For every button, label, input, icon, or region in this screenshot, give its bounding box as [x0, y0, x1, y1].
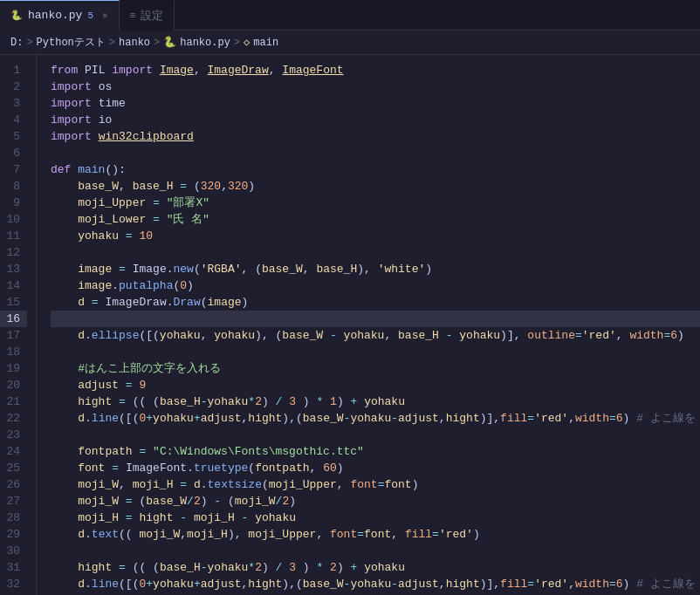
code-line-6 [51, 145, 700, 161]
ln-27: 27 [0, 493, 27, 510]
code-line-24: fontpath = "C:\Windows\Fonts\msgothic.tt… [51, 443, 700, 460]
ln-5: 5 [0, 128, 27, 145]
ln-30: 30 [0, 543, 27, 559]
breadcrumb-sep-4: > [234, 37, 240, 49]
ln-25: 25 [0, 460, 27, 476]
code-line-14: image.putalpha(0) [51, 277, 700, 294]
code-line-9: moji_Upper = "部署X" [51, 195, 700, 211]
breadcrumb-folder2[interactable]: hanko [119, 37, 150, 49]
ln-6: 6 [0, 145, 27, 161]
code-line-20: adjust = 9 [51, 377, 700, 393]
ln-10: 10 [0, 211, 27, 228]
code-line-15: d = ImageDraw.Draw(image) [51, 294, 700, 311]
code-line-18 [51, 344, 700, 360]
code-line-23 [51, 427, 700, 443]
code-line-32: d.line([(0+yohaku+adjust,hight),(base_W-… [51, 576, 700, 592]
code-line-17: d.ellipse([(yohaku, yohaku), (base_W - y… [51, 327, 700, 344]
ln-24: 24 [0, 443, 27, 460]
code-line-22: d.line([(0+yohaku+adjust,hight),(base_W-… [51, 410, 700, 427]
tab-modified-indicator: 5 [87, 10, 93, 21]
ln-17: 17 [0, 327, 27, 344]
code-line-3: import time [51, 95, 700, 112]
ln-4: 4 [0, 112, 27, 128]
ln-13: 13 [0, 261, 27, 277]
python-icon: 🐍 [10, 10, 23, 21]
breadcrumb-file-icon: 🐍 [163, 36, 176, 49]
ln-22: 22 [0, 410, 27, 427]
ln-31: 31 [0, 559, 27, 576]
code-line-25: font = ImageFont.truetype(fontpath, 60) [51, 460, 700, 476]
code-line-12 [51, 244, 700, 261]
ln-9: 9 [0, 195, 27, 211]
tab-settings[interactable]: ≡ 設定 [120, 0, 175, 31]
ln-3: 3 [0, 95, 27, 112]
code-line-28: moji_H = hight - moji_H - yohaku [51, 510, 700, 526]
breadcrumb-folder1[interactable]: Pythonテスト [37, 35, 106, 50]
ln-23: 23 [0, 427, 27, 443]
code-line-21: hight = (( (base_H-yohaku*2) / 3 ) * 1) … [51, 393, 700, 410]
breadcrumb-sep-1: > [26, 37, 32, 49]
code-area[interactable]: from PIL import Image, ImageDraw, ImageF… [37, 55, 700, 595]
code-line-4: import io [51, 112, 700, 128]
code-line-5: import win32clipboard [51, 128, 700, 145]
tab-active[interactable]: 🐍 hanko.py 5 ✕ [0, 0, 120, 31]
ln-14: 14 [0, 277, 27, 294]
code-line-10: moji_Lower = "氏 名" [51, 211, 700, 228]
code-line-26: moji_W, moji_H = d.textsize(moji_Upper, … [51, 476, 700, 493]
ln-8: 8 [0, 178, 27, 195]
ln-20: 20 [0, 377, 27, 393]
code-line-8: base_W, base_H = (320,320) [51, 178, 700, 195]
code-line-1: from PIL import Image, ImageDraw, ImageF… [51, 62, 700, 79]
code-line-30 [51, 543, 700, 559]
ln-12: 12 [0, 244, 27, 261]
tab-active-label: hanko.py [28, 9, 82, 22]
breadcrumb-symbol-icon: ◇ [244, 36, 250, 49]
ln-21: 21 [0, 393, 27, 410]
ln-18: 18 [0, 344, 27, 360]
ln-32: 32 [0, 576, 27, 592]
ln-26: 26 [0, 476, 27, 493]
ln-7: 7 [0, 161, 27, 178]
code-line-19: #はんこ上部の文字を入れる [51, 360, 700, 377]
breadcrumb-symbol[interactable]: main [253, 37, 278, 49]
line-numbers: 1 2 3 4 5 6 7 8 9 10 11 12 13 14 15 16 1… [0, 55, 37, 595]
ln-28: 28 [0, 510, 27, 526]
editor: 1 2 3 4 5 6 7 8 9 10 11 12 13 14 15 16 1… [0, 55, 700, 595]
breadcrumb: D: > Pythonテスト > hanko > 🐍 hanko.py > ◇ … [0, 31, 700, 55]
code-line-2: import os [51, 79, 700, 95]
title-bar: 🐍 hanko.py 5 ✕ ≡ 設定 [0, 0, 700, 31]
ln-16: 16 [0, 311, 27, 327]
ln-15: 15 [0, 294, 27, 311]
code-line-16 [51, 311, 700, 327]
ln-1: 1 [0, 62, 27, 79]
ln-2: 2 [0, 79, 27, 95]
breadcrumb-file[interactable]: hanko.py [180, 37, 230, 49]
code-line-11: yohaku = 10 [51, 228, 700, 244]
code-line-13: image = Image.new('RGBA', (base_W, base_… [51, 261, 700, 277]
tab-close-button[interactable]: ✕ [102, 10, 108, 21]
breadcrumb-sep-2: > [109, 37, 115, 49]
breadcrumb-sep-3: > [154, 37, 160, 49]
code-line-7: def main(): [51, 161, 700, 178]
tab-settings-label: 設定 [141, 8, 163, 24]
settings-icon: ≡ [130, 10, 136, 21]
code-line-31: hight = (( (base_H-yohaku*2) / 3 ) * 2) … [51, 559, 700, 576]
ln-19: 19 [0, 360, 27, 377]
ln-11: 11 [0, 228, 27, 244]
code-line-29: d.text(( moji_W,moji_H), moji_Upper, fon… [51, 526, 700, 543]
code-line-27: moji_W = (base_W/2) - (moji_W/2) [51, 493, 700, 510]
ln-29: 29 [0, 526, 27, 543]
breadcrumb-drive[interactable]: D: [10, 37, 23, 49]
